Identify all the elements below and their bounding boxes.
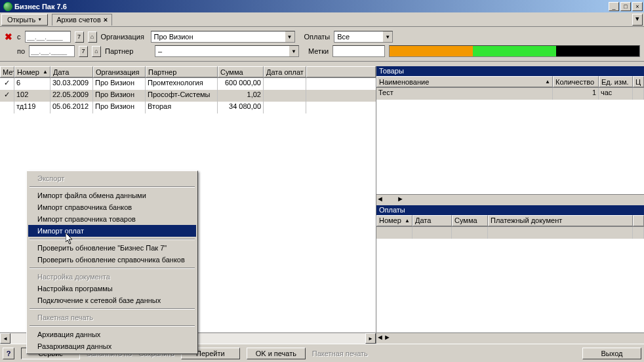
pay-col-num[interactable]: Номер▲ [376, 215, 413, 226]
org-cell: Про Визион [93, 102, 146, 113]
menu-item[interactable]: Импорт файла обмена данными [28, 190, 196, 201]
menu-separator [30, 268, 195, 269]
tab-archive[interactable]: Архив счетов × [52, 14, 112, 26]
tab-label: Архив счетов [56, 16, 101, 24]
col-spacer [306, 66, 376, 77]
scroll-right-icon[interactable]: ► [365, 333, 376, 344]
date-from-picker[interactable]: 7 [75, 31, 84, 43]
partner-value: – [155, 47, 289, 55]
menu-item[interactable]: Архивация данных [28, 329, 196, 340]
payments-body[interactable] [376, 227, 644, 333]
mark-orange[interactable] [390, 46, 473, 56]
payments-title: Оплаты [376, 205, 644, 215]
goods-row[interactable]: Тест 1 час [376, 88, 644, 100]
sum-cell: 600 000,00 [218, 78, 264, 90]
goods-col-price[interactable]: Ц [633, 76, 644, 87]
goods-col-qty[interactable]: Количество [553, 76, 599, 87]
goods-scroll-h[interactable]: ◄ ► [376, 194, 644, 205]
color-marks[interactable] [389, 45, 640, 57]
close-button[interactable]: × [632, 2, 643, 11]
org-cell: Про Визион [93, 90, 146, 102]
pdate-cell [264, 78, 306, 90]
scroll-right-icon[interactable]: ► [397, 195, 404, 205]
filter-panel: ✖ с 7 ⌂ Организация Про Визион ▼ Оплаты … [0, 27, 644, 62]
date-to-input[interactable] [29, 45, 75, 57]
org-combo[interactable]: Про Визион ▼ [151, 31, 295, 43]
sort-asc-icon: ▲ [545, 79, 550, 85]
close-tab-icon[interactable]: × [104, 16, 108, 24]
payments-scroll-h[interactable]: ◄ ► [376, 332, 644, 344]
col-sum[interactable]: Сумма [218, 66, 264, 77]
sort-asc-icon: ▲ [43, 69, 48, 75]
pay-label: Оплаты [304, 33, 331, 41]
payments-empty-row[interactable] [376, 227, 644, 239]
menu-separator [30, 308, 195, 310]
tab-scroll-dropdown[interactable]: ▾ [632, 14, 643, 26]
date-to-picker[interactable]: 7 [79, 46, 88, 57]
goods-title: Товары [376, 66, 644, 76]
date-to-clear[interactable]: ⌂ [92, 46, 101, 57]
sort-asc-icon: ▲ [405, 218, 410, 224]
col-mark[interactable]: Мет [0, 66, 14, 77]
col-date[interactable]: Дата [50, 66, 93, 77]
minimize-button[interactable]: _ [609, 2, 619, 11]
table-row[interactable]: ✓630.03.2009Про ВизионПромтехнология600 … [0, 78, 376, 90]
date-from-clear[interactable]: ⌂ [88, 31, 97, 43]
tab-bar: Открыть ▼ Архив счетов × ▾ [0, 12, 644, 27]
check-cell: ✓ [0, 90, 14, 102]
goods-col-unit[interactable]: Ед. изм. [599, 76, 633, 87]
pay-combo[interactable]: Все ▼ [334, 31, 393, 43]
menu-item[interactable]: Проверить обновление справочника банков [28, 254, 196, 266]
menu-item[interactable]: Импорт справочника товаров [28, 213, 196, 225]
menu-item[interactable]: Импорт оплат [28, 225, 196, 237]
table-row[interactable]: тд11905.06.2012Про ВизионВторая34 080,00 [0, 102, 376, 113]
goods-col-name[interactable]: Наименование▲ [376, 76, 553, 87]
check-cell [0, 102, 14, 113]
scroll-thumb[interactable] [384, 195, 397, 205]
num-cell: 102 [14, 90, 50, 102]
menu-item[interactable]: Разархивация данных [28, 340, 196, 352]
date-cell: 05.06.2012 [50, 102, 93, 113]
exit-button[interactable]: Выход [582, 348, 641, 359]
main-grid-header: Мет Номер▲ Дата Организация Партнер Сумм… [0, 66, 376, 78]
chevron-down-icon: ▼ [285, 31, 294, 42]
mark-black[interactable] [556, 46, 639, 56]
marks-white[interactable] [332, 45, 385, 57]
service-context-menu[interactable]: ЭкспортИмпорт файла обмена даннымиИмпорт… [26, 171, 198, 354]
table-row[interactable]: ✓10222.05.2009Про ВизионПрософт-Системы1… [0, 90, 376, 102]
menu-item[interactable]: Настройка программы [28, 283, 196, 294]
batch-print-button[interactable]: Пакетная печать [312, 350, 368, 357]
chevron-down-icon: ▼ [382, 31, 392, 42]
date-from-input[interactable] [25, 31, 71, 43]
goods-body[interactable]: Тест 1 час [376, 88, 644, 194]
payments-header: Номер▲ Дата Сумма Платежный документ [376, 215, 644, 227]
col-partner[interactable]: Партнер [146, 66, 218, 77]
col-number[interactable]: Номер▲ [14, 66, 50, 77]
col-paydate[interactable]: Дата оплат [264, 66, 306, 77]
pay-col-doc[interactable]: Платежный документ [488, 215, 633, 226]
scroll-left-icon[interactable]: ◄ [0, 333, 10, 344]
help-icon[interactable]: ? [3, 348, 14, 359]
open-button[interactable]: Открыть ▼ [1, 14, 48, 26]
check-cell: ✓ [0, 78, 14, 90]
menu-item: Экспорт [28, 172, 196, 184]
pay-col-date[interactable]: Дата [413, 215, 452, 226]
pay-col-extra[interactable] [633, 215, 644, 226]
ok-print-button[interactable]: OK и печать [247, 348, 306, 359]
title-bar: Бизнес Пак 7.6 _ □ × [0, 0, 644, 12]
scroll-left-icon[interactable]: ◄ [376, 195, 384, 205]
clear-filter-icon[interactable]: ✖ [4, 31, 13, 42]
mark-green[interactable] [473, 46, 556, 56]
goods-header: Наименование▲ Количество Ед. изм. Ц [376, 76, 644, 88]
menu-item[interactable]: Проверить обновление "Бизнес Пак 7" [28, 242, 196, 254]
col-org[interactable]: Организация [93, 66, 146, 77]
date-cell: 30.03.2009 [50, 78, 93, 90]
scroll-right-icon[interactable]: ► [384, 333, 391, 344]
org-value: Про Визион [151, 33, 285, 41]
menu-item[interactable]: Подключение к сетевой базе данных [28, 294, 196, 306]
pay-col-sum[interactable]: Сумма [452, 215, 488, 226]
menu-item[interactable]: Импорт справочника банков [28, 201, 196, 213]
partner-combo[interactable]: – ▼ [155, 45, 299, 57]
maximize-button[interactable]: □ [620, 2, 631, 11]
scroll-left-icon[interactable]: ◄ [376, 333, 384, 344]
